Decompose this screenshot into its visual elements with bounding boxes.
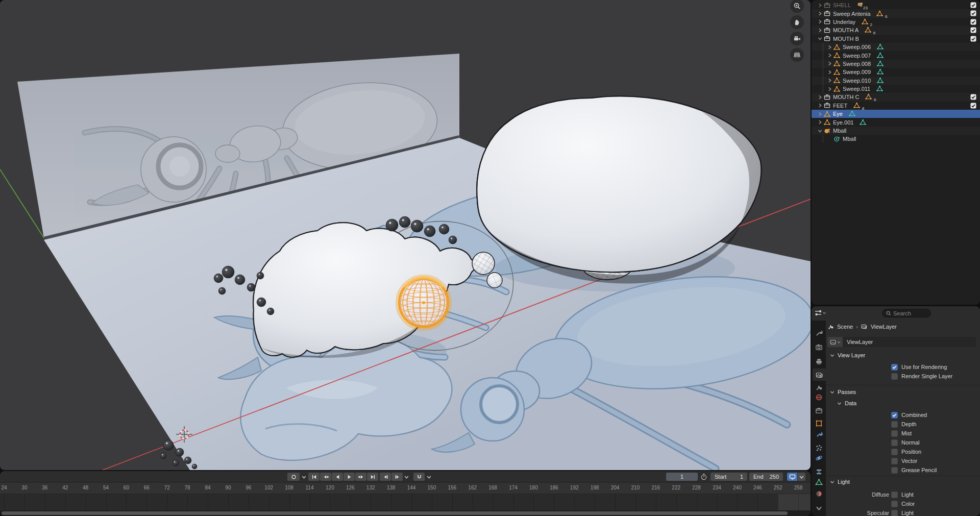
chevron-right-icon[interactable] (826, 61, 833, 66)
outliner-row-mouth-c[interactable]: MOUTH C6 (812, 93, 980, 101)
chevron-right-icon[interactable] (817, 112, 823, 116)
editor-type-selector[interactable] (814, 309, 826, 317)
datablock-name-field[interactable]: ViewLayer (843, 337, 976, 347)
checkbox[interactable] (891, 449, 898, 455)
passes-data-subsection-header[interactable]: Data (837, 400, 856, 406)
zoom-gizmo-button[interactable] (790, 0, 804, 13)
breadcrumb-scene[interactable]: Scene (837, 324, 853, 330)
view-layer-tab[interactable] (813, 368, 826, 381)
frame-step-forward-button[interactable] (391, 473, 403, 481)
checkbox[interactable] (891, 510, 898, 516)
collection-visibility-checkbox[interactable] (970, 19, 976, 25)
collection-tab[interactable] (812, 404, 826, 416)
tab-strip-overflow-chevron[interactable] (812, 502, 826, 514)
checkbox[interactable] (891, 373, 898, 380)
outliner-row-eye-001[interactable]: Eye.001 (812, 118, 980, 126)
light-section-header[interactable]: Light (830, 479, 850, 485)
outliner-row-sweep-009[interactable]: Sweep.009 (812, 68, 980, 76)
camera-view-gizmo-button[interactable] (790, 32, 804, 45)
selected-metaball-orange[interactable] (397, 276, 450, 329)
outliner-row-eye[interactable]: Eye (812, 110, 980, 118)
chevron-right-icon[interactable] (817, 120, 823, 125)
next-keyframe-button[interactable] (355, 473, 366, 481)
small-metaball[interactable] (257, 272, 264, 279)
small-metaball[interactable] (173, 460, 179, 466)
collection-visibility-checkbox[interactable] (970, 27, 976, 33)
outliner-row-sweep-011[interactable]: Sweep.011 (812, 85, 980, 93)
outliner-row-mouth-a[interactable]: MOUTH A6 (812, 26, 980, 34)
chevron-right-icon[interactable] (826, 87, 833, 91)
small-metaball[interactable] (222, 266, 234, 278)
outliner-editor[interactable]: SHELL23Sweep Antenia6Underlay2MOUTH A6MO… (812, 0, 980, 305)
small-metaball[interactable] (411, 220, 423, 232)
checkbox[interactable] (891, 430, 898, 437)
timeline-scrollbar-thumb[interactable] (2, 511, 788, 515)
chevron-right-icon[interactable] (826, 70, 833, 75)
outliner-row-mouth-b[interactable]: MOUTH B (812, 35, 980, 43)
playback-popover-button[interactable] (403, 473, 410, 481)
outliner-row-mball[interactable]: Mball (812, 135, 980, 143)
pan-gizmo-button[interactable] (790, 15, 804, 29)
small-metaball[interactable] (424, 226, 435, 237)
small-metaball[interactable] (192, 464, 197, 469)
chevron-right-icon[interactable] (817, 103, 823, 108)
world-tab[interactable] (812, 391, 826, 403)
outliner-row-sweep-006[interactable]: Sweep.006 (812, 43, 980, 51)
collection-visibility-checkbox[interactable] (970, 94, 976, 100)
outliner-row-sweep-antenia[interactable]: Sweep Antenia6 (812, 9, 980, 17)
checkbox[interactable] (891, 412, 898, 419)
jump-to-start-button[interactable] (308, 473, 320, 481)
timeline-channels[interactable] (0, 494, 811, 510)
view-layer-section-header[interactable]: View Layer (830, 352, 865, 358)
output-tab[interactable] (812, 355, 826, 367)
checkbox[interactable] (891, 458, 898, 464)
collection-visibility-checkbox[interactable] (970, 10, 976, 16)
checkbox[interactable] (891, 439, 898, 446)
chevron-right-icon[interactable] (826, 53, 833, 58)
prev-keyframe-button[interactable] (320, 473, 331, 481)
snap-popover-button[interactable] (426, 473, 432, 481)
chevron-right-icon[interactable] (817, 3, 823, 8)
chevron-right-icon[interactable] (826, 45, 833, 50)
small-metaball[interactable] (214, 274, 223, 283)
tool-tab[interactable] (812, 327, 826, 339)
properties-search-input[interactable]: Search (882, 309, 931, 317)
playback-sync-button[interactable] (787, 473, 797, 481)
chevron-right-icon[interactable] (817, 19, 823, 24)
auto-key-record-button[interactable] (287, 473, 300, 481)
keying-popover-button[interactable] (301, 473, 307, 481)
small-metaball[interactable] (247, 283, 255, 291)
outliner-row-underlay[interactable]: Underlay2 (812, 18, 980, 26)
small-metaball[interactable] (184, 457, 191, 464)
data-tab[interactable] (812, 476, 826, 488)
outliner-row-sweep-010[interactable]: Sweep.010 (812, 77, 980, 85)
timeline-ruler[interactable]: 2430364248546066727884909610210811412012… (0, 483, 811, 494)
chevron-down-icon[interactable] (817, 129, 823, 133)
outliner-row-mball[interactable]: Mball (812, 127, 980, 135)
frame-end-field[interactable]: End 250 (749, 473, 783, 481)
checkbox[interactable] (891, 364, 898, 371)
small-metaball[interactable] (160, 453, 166, 459)
outliner-row-sweep-008[interactable]: Sweep.008 (812, 60, 980, 68)
checkbox[interactable] (891, 467, 898, 474)
projection-toggle-gizmo-button[interactable] (790, 48, 804, 62)
chevron-right-icon[interactable] (817, 95, 823, 100)
small-metaball[interactable] (163, 440, 174, 450)
snap-button[interactable] (413, 473, 425, 481)
chevron-right-icon[interactable] (826, 78, 833, 83)
checkbox[interactable] (891, 421, 898, 428)
passes-section-header[interactable]: Passes (830, 389, 856, 395)
chevron-right-icon[interactable] (817, 28, 823, 33)
sync-popover-button[interactable] (798, 473, 805, 481)
chevron-right-icon[interactable] (817, 11, 823, 16)
small-metaball[interactable] (235, 275, 245, 285)
small-metaball[interactable] (439, 224, 449, 234)
chevron-down-icon[interactable] (817, 36, 823, 41)
frame-start-field[interactable]: Start 1 (710, 473, 747, 481)
collection-visibility-checkbox[interactable] (970, 103, 976, 109)
small-metaball[interactable] (218, 287, 226, 294)
small-metaball[interactable] (176, 448, 184, 456)
play-button[interactable] (344, 473, 355, 481)
jump-to-end-button[interactable] (367, 473, 378, 481)
small-metaball[interactable] (257, 298, 266, 307)
